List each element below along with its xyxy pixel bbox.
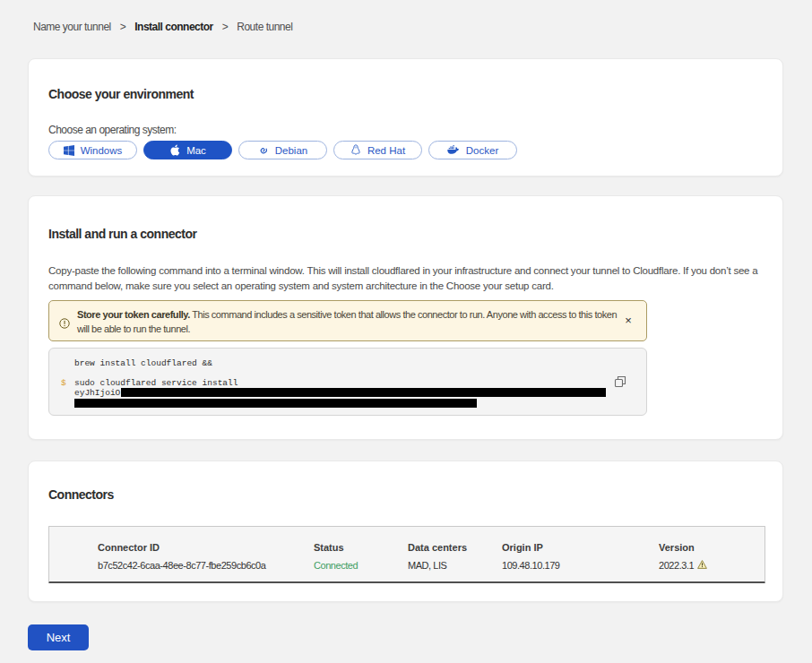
- apple-icon: [169, 144, 180, 156]
- redacted-token-bar-2: [74, 399, 477, 408]
- install-connector-card: Install and run a connector Copy-paste t…: [28, 195, 783, 440]
- header-status: Status: [314, 542, 408, 553]
- debian-icon: [258, 145, 269, 156]
- connectors-title: Connectors: [48, 487, 763, 503]
- token-warning-bold: Store your token carefully.: [77, 309, 190, 320]
- next-button[interactable]: Next: [28, 624, 89, 650]
- os-button-debian[interactable]: Debian: [238, 141, 327, 159]
- install-connector-description: Copy-paste the following command into a …: [48, 263, 765, 294]
- os-button-docker[interactable]: Docker: [428, 141, 517, 159]
- shell-prompt: $: [61, 378, 66, 388]
- connectors-card: Connectors Connector ID Status Data cent…: [28, 461, 783, 602]
- os-button-mac[interactable]: Mac: [143, 141, 232, 159]
- install-command-text: brew install cloudflared && sudo cloudfl…: [74, 359, 628, 409]
- os-button-group: Windows Mac Debian Red Hat Docker: [48, 141, 763, 159]
- breadcrumb-install-connector[interactable]: Install connector: [134, 21, 213, 33]
- windows-icon: [64, 145, 74, 156]
- copy-icon[interactable]: [614, 375, 626, 388]
- header-data-centers: Data centers: [408, 542, 502, 553]
- version-text: 2022.3.1: [659, 560, 694, 571]
- header-connector-id: Connector ID: [98, 542, 314, 553]
- breadcrumb-route-tunnel[interactable]: Route tunnel: [237, 21, 292, 33]
- warning-triangle-icon: [697, 560, 707, 571]
- token-prefix: eyJhIjoiO: [74, 388, 120, 398]
- header-version: Version: [659, 542, 695, 553]
- install-command-code-block[interactable]: $ brew install cloudflared && sudo cloud…: [48, 348, 647, 416]
- breadcrumb-separator: >: [120, 21, 126, 33]
- status-badge: Connected: [314, 560, 408, 571]
- redhat-linux-penguin-icon: [350, 144, 361, 156]
- data-centers-value: MAD, LIS: [408, 560, 502, 571]
- os-button-label: Debian: [275, 145, 307, 156]
- origin-ip-value: 109.48.10.179: [502, 560, 659, 571]
- code-line-2: sudo cloudflared service install: [74, 378, 238, 388]
- connectors-table: Connector ID Status Data centers Origin …: [48, 526, 765, 583]
- os-button-redhat[interactable]: Red Hat: [333, 141, 422, 159]
- connector-id-value: b7c52c42-6caa-48ee-8c77-fbe259cb6c0a: [98, 560, 314, 571]
- close-icon[interactable]: ×: [621, 314, 635, 328]
- header-origin-ip: Origin IP: [502, 542, 659, 553]
- version-value: 2022.3.1: [659, 560, 707, 571]
- alert-circle-icon: [59, 316, 70, 327]
- choose-environment-title: Choose your environment: [48, 86, 763, 103]
- os-button-windows[interactable]: Windows: [48, 141, 137, 159]
- connectors-table-header: Connector ID Status Data centers Origin …: [98, 542, 764, 553]
- operating-system-label: Choose an operating system:: [48, 124, 763, 136]
- os-button-label: Docker: [466, 145, 498, 156]
- os-button-label: Red Hat: [367, 145, 405, 156]
- os-button-label: Windows: [81, 145, 123, 156]
- docker-whale-icon: [447, 145, 460, 155]
- install-connector-title: Install and run a connector: [48, 226, 763, 242]
- connector-row: b7c52c42-6caa-48ee-8c77-fbe259cb6c0a Con…: [98, 560, 764, 571]
- code-line-1: brew install cloudflared &&: [74, 358, 212, 368]
- token-warning-text: Store your token carefully. This command…: [77, 307, 622, 336]
- breadcrumb-name-your-tunnel[interactable]: Name your tunnel: [33, 21, 111, 33]
- os-button-label: Mac: [186, 145, 206, 156]
- token-warning-banner: Store your token carefully. This command…: [48, 300, 647, 341]
- redacted-token-bar-1: [121, 388, 606, 397]
- breadcrumb: Name your tunnel>Install connector>Route…: [28, 0, 783, 33]
- choose-environment-card: Choose your environment Choose an operat…: [28, 58, 783, 177]
- page: Name your tunnel>Install connector>Route…: [0, 0, 812, 650]
- breadcrumb-separator: >: [222, 21, 229, 33]
